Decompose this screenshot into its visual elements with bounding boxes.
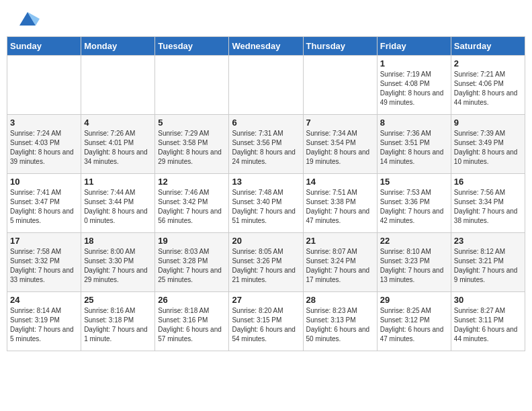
calendar-cell: 30Sunrise: 8:27 AMSunset: 3:11 PMDayligh… [451,292,525,351]
day-info: Sunrise: 8:23 AMSunset: 3:13 PMDaylight:… [306,306,374,344]
day-number: 10 [10,177,78,187]
day-info: Sunrise: 8:00 AMSunset: 3:30 PMDaylight:… [84,247,152,285]
day-number: 25 [84,295,152,305]
day-info: Sunrise: 7:24 AMSunset: 4:03 PMDaylight:… [10,129,78,167]
day-info: Sunrise: 8:12 AMSunset: 3:21 PMDaylight:… [454,247,522,285]
calendar-cell: 6Sunrise: 7:31 AMSunset: 3:56 PMDaylight… [229,115,303,174]
col-header-saturday: Saturday [451,37,525,56]
calendar-cell: 14Sunrise: 7:51 AMSunset: 3:38 PMDayligh… [303,174,377,233]
day-number: 12 [158,177,226,187]
calendar-cell: 5Sunrise: 7:29 AMSunset: 3:58 PMDaylight… [155,115,229,174]
col-header-thursday: Thursday [303,37,377,56]
day-info: Sunrise: 7:51 AMSunset: 3:38 PMDaylight:… [306,188,374,226]
calendar-cell: 21Sunrise: 8:07 AMSunset: 3:24 PMDayligh… [303,233,377,292]
calendar-cell [303,56,377,115]
day-number: 22 [380,236,448,246]
day-info: Sunrise: 8:27 AMSunset: 3:11 PMDaylight:… [454,306,522,344]
calendar-cell [7,56,81,115]
day-info: Sunrise: 7:46 AMSunset: 3:42 PMDaylight:… [158,188,226,226]
day-info: Sunrise: 7:34 AMSunset: 3:54 PMDaylight:… [306,129,374,167]
day-number: 23 [454,236,522,246]
calendar-cell: 18Sunrise: 8:00 AMSunset: 3:30 PMDayligh… [81,233,155,292]
calendar-cell: 10Sunrise: 7:41 AMSunset: 3:47 PMDayligh… [7,174,81,233]
calendar-cell: 7Sunrise: 7:34 AMSunset: 3:54 PMDaylight… [303,115,377,174]
calendar-cell: 2Sunrise: 7:21 AMSunset: 4:06 PMDaylight… [451,56,525,115]
day-number: 26 [158,295,226,305]
calendar-cell: 4Sunrise: 7:26 AMSunset: 4:01 PMDaylight… [81,115,155,174]
col-header-tuesday: Tuesday [155,37,229,56]
calendar-cell: 24Sunrise: 8:14 AMSunset: 3:19 PMDayligh… [7,292,81,351]
day-info: Sunrise: 7:44 AMSunset: 3:44 PMDaylight:… [84,188,152,226]
day-number: 15 [380,177,448,187]
col-header-sunday: Sunday [7,37,81,56]
day-info: Sunrise: 7:53 AMSunset: 3:36 PMDaylight:… [380,188,448,226]
day-info: Sunrise: 8:14 AMSunset: 3:19 PMDaylight:… [10,306,78,344]
day-number: 13 [232,177,300,187]
calendar-cell: 26Sunrise: 8:18 AMSunset: 3:16 PMDayligh… [155,292,229,351]
day-info: Sunrise: 8:05 AMSunset: 3:26 PMDaylight:… [232,247,300,285]
day-info: Sunrise: 7:31 AMSunset: 3:56 PMDaylight:… [232,129,300,167]
calendar-cell: 23Sunrise: 8:12 AMSunset: 3:21 PMDayligh… [451,233,525,292]
calendar-cell: 20Sunrise: 8:05 AMSunset: 3:26 PMDayligh… [229,233,303,292]
calendar-cell: 9Sunrise: 7:39 AMSunset: 3:49 PMDaylight… [451,115,525,174]
day-number: 24 [10,295,78,305]
day-info: Sunrise: 7:29 AMSunset: 3:58 PMDaylight:… [158,129,226,167]
calendar-cell: 22Sunrise: 8:10 AMSunset: 3:23 PMDayligh… [377,233,451,292]
day-number: 4 [84,118,152,128]
day-info: Sunrise: 7:26 AMSunset: 4:01 PMDaylight:… [84,129,152,167]
calendar-cell [229,56,303,115]
calendar-table: SundayMondayTuesdayWednesdayThursdayFrid… [7,36,525,351]
col-header-friday: Friday [377,37,451,56]
day-number: 29 [380,295,448,305]
day-number: 11 [84,177,152,187]
calendar-cell: 1Sunrise: 7:19 AMSunset: 4:08 PMDaylight… [377,56,451,115]
day-info: Sunrise: 7:39 AMSunset: 3:49 PMDaylight:… [454,129,522,167]
day-number: 21 [306,236,374,246]
day-number: 19 [158,236,226,246]
calendar-cell: 3Sunrise: 7:24 AMSunset: 4:03 PMDaylight… [7,115,81,174]
day-info: Sunrise: 8:20 AMSunset: 3:15 PMDaylight:… [232,306,300,344]
calendar-cell: 8Sunrise: 7:36 AMSunset: 3:51 PMDaylight… [377,115,451,174]
col-header-wednesday: Wednesday [229,37,303,56]
calendar-cell [155,56,229,115]
day-info: Sunrise: 7:58 AMSunset: 3:32 PMDaylight:… [10,247,78,285]
day-number: 2 [454,58,522,68]
day-info: Sunrise: 8:07 AMSunset: 3:24 PMDaylight:… [306,247,374,285]
calendar-cell: 12Sunrise: 7:46 AMSunset: 3:42 PMDayligh… [155,174,229,233]
day-number: 7 [306,118,374,128]
day-info: Sunrise: 7:36 AMSunset: 3:51 PMDaylight:… [380,129,448,167]
calendar-cell: 17Sunrise: 7:58 AMSunset: 3:32 PMDayligh… [7,233,81,292]
day-number: 28 [306,295,374,305]
logo-icon [15,7,40,31]
day-number: 9 [454,118,522,128]
day-info: Sunrise: 8:03 AMSunset: 3:28 PMDaylight:… [158,247,226,285]
calendar-cell: 27Sunrise: 8:20 AMSunset: 3:15 PMDayligh… [229,292,303,351]
calendar-cell: 15Sunrise: 7:53 AMSunset: 3:36 PMDayligh… [377,174,451,233]
calendar-cell: 29Sunrise: 8:25 AMSunset: 3:12 PMDayligh… [377,292,451,351]
calendar-cell: 28Sunrise: 8:23 AMSunset: 3:13 PMDayligh… [303,292,377,351]
day-info: Sunrise: 7:56 AMSunset: 3:34 PMDaylight:… [454,188,522,226]
day-number: 17 [10,236,78,246]
day-info: Sunrise: 8:10 AMSunset: 3:23 PMDaylight:… [380,247,448,285]
calendar-cell: 19Sunrise: 8:03 AMSunset: 3:28 PMDayligh… [155,233,229,292]
day-number: 14 [306,177,374,187]
header [7,7,525,36]
day-number: 3 [10,118,78,128]
day-number: 6 [232,118,300,128]
day-number: 8 [380,118,448,128]
day-info: Sunrise: 8:18 AMSunset: 3:16 PMDaylight:… [158,306,226,344]
calendar-cell [81,56,155,115]
day-info: Sunrise: 8:25 AMSunset: 3:12 PMDaylight:… [380,306,448,344]
day-number: 1 [380,58,448,68]
day-info: Sunrise: 8:16 AMSunset: 3:18 PMDaylight:… [84,306,152,344]
day-info: Sunrise: 7:48 AMSunset: 3:40 PMDaylight:… [232,188,300,226]
day-number: 20 [232,236,300,246]
day-number: 5 [158,118,226,128]
day-info: Sunrise: 7:21 AMSunset: 4:06 PMDaylight:… [454,70,522,107]
calendar-cell: 11Sunrise: 7:44 AMSunset: 3:44 PMDayligh… [81,174,155,233]
day-number: 30 [454,295,522,305]
day-info: Sunrise: 7:41 AMSunset: 3:47 PMDaylight:… [10,188,78,226]
col-header-monday: Monday [81,37,155,56]
logo [13,12,40,31]
day-number: 27 [232,295,300,305]
